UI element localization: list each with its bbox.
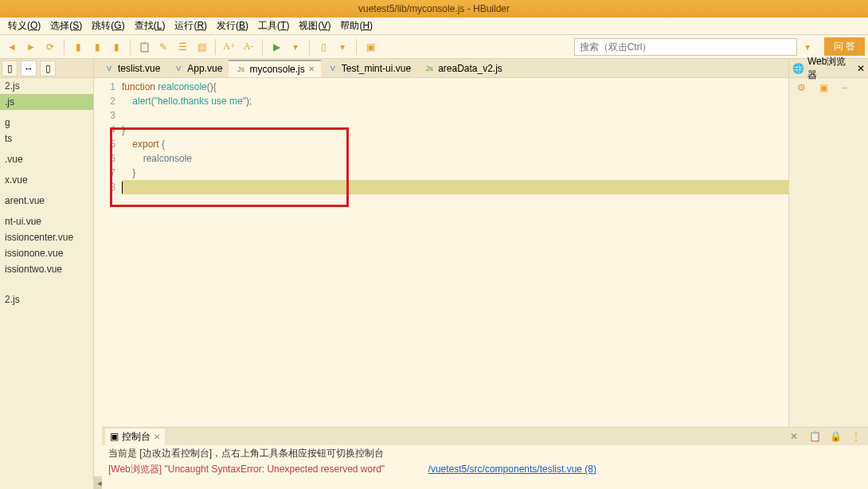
file-item[interactable]: issionone.vue: [0, 245, 93, 261]
console-tabs: ▣ 控制台 ✕ ✕ 📋 🔒 ⋮: [102, 428, 868, 445]
file-item[interactable]: nt-ui.vue: [0, 213, 93, 229]
menu-run[interactable]: 运行(R): [170, 18, 212, 34]
list-icon[interactable]: ☰: [174, 38, 191, 56]
search-dropdown-icon[interactable]: ▾: [799, 38, 816, 56]
text-cursor: [122, 182, 123, 194]
left-panel-tabs: ▯ ↔ ▯: [0, 59, 93, 78]
clipboard-icon[interactable]: 📋: [135, 38, 153, 56]
left-tab-3[interactable]: ▯: [40, 61, 56, 76]
close-icon[interactable]: ✕: [154, 432, 160, 441]
lock-icon[interactable]: 🔒: [827, 428, 844, 445]
left-panel: ▯ ↔ ▯ 2.js .js g ts .vue x.vue arent.vue…: [0, 59, 94, 489]
menu-icon[interactable]: ⋮: [847, 428, 865, 445]
left-tab-1[interactable]: ▯: [2, 61, 18, 76]
tab-testmint[interactable]: V Test_mint-ui.vue: [321, 61, 417, 76]
editor-panel: V teslist.vue V App.vue Js myconsole.js …: [94, 59, 788, 489]
tab-areadata[interactable]: Js areaData_v2.js: [417, 61, 509, 76]
write-icon[interactable]: ✎: [154, 38, 172, 56]
code-editor[interactable]: 1 2 3 4 5 6 7 8 function realconsole(){ …: [94, 78, 788, 476]
js-icon: Js: [424, 63, 435, 74]
console-panel: ▣ 控制台 ✕ ✕ 📋 🔒 ⋮ 当前是 [边改边看控制台]，点右上角工具条相应按…: [102, 427, 868, 489]
file-item[interactable]: .js: [0, 94, 93, 110]
file-item[interactable]: 2.js: [0, 78, 93, 94]
web-browser-tab[interactable]: 🌐 Web浏览器 ✕: [789, 59, 868, 78]
left-tab-2[interactable]: ↔: [21, 61, 37, 76]
menu-view[interactable]: 视图(V): [294, 18, 335, 34]
vue-icon: V: [173, 63, 184, 74]
tab-label: areaData_v2.js: [438, 63, 502, 74]
window-title: vuetest5/lib/myconsole.js - HBuilder: [358, 3, 510, 14]
forward-button[interactable]: ►: [22, 38, 40, 56]
tab-label: myconsole.js: [249, 64, 304, 75]
tab-teslist[interactable]: V teslist.vue: [97, 61, 166, 76]
tab-label: teslist.vue: [118, 63, 160, 74]
panel-icon[interactable]: ▤: [193, 38, 210, 56]
right-panel: 🌐 Web浏览器 ✕ ⚙ ▣ ←: [788, 59, 868, 489]
vue-icon: V: [327, 63, 338, 74]
bookmark-icon[interactable]: ▮: [69, 38, 87, 56]
right-toolbar: ⚙ ▣ ←: [789, 78, 868, 97]
menu-goto[interactable]: 跳转(G): [87, 18, 129, 34]
console-hint: 当前是 [边改边看控制台]，点右上角工具条相应按钮可切换控制台: [102, 445, 868, 462]
main-area: ▯ ↔ ▯ 2.js .js g ts .vue x.vue arent.vue…: [0, 59, 868, 489]
refresh-button[interactable]: ⟳: [41, 38, 59, 56]
toggle-icon[interactable]: ▣: [815, 79, 832, 96]
line-gutter: 1 2 3 4 5 6 7 8: [94, 78, 122, 476]
answer-button[interactable]: 问 答: [824, 37, 865, 56]
copy-icon[interactable]: 📋: [806, 428, 823, 445]
console-tab[interactable]: ▣ 控制台 ✕: [105, 428, 165, 445]
console-tools: ✕ 📋 🔒 ⋮: [785, 428, 865, 445]
file-item[interactable]: .vue: [0, 151, 93, 167]
file-item[interactable]: ts: [0, 131, 93, 147]
error-link[interactable]: /vuetest5/src/components/teslist.vue (8): [428, 464, 596, 475]
globe-icon: 🌐: [792, 63, 804, 74]
tab-label: App.vue: [187, 63, 222, 74]
search-input[interactable]: [574, 38, 797, 56]
console-error-line: [Web浏览器] "Uncaught SyntaxError: Unexpect…: [102, 462, 868, 477]
toolbar: ◄ ► ⟳ ▮ ▮ ▮ 📋 ✎ ☰ ▤ A+ A- ▶ ▾ ▯ ▾ ▣ ▾ 问 …: [0, 35, 868, 59]
tab-myconsole[interactable]: Js myconsole.js ✕: [229, 60, 320, 77]
gear-icon[interactable]: ⚙: [792, 79, 810, 96]
menu-tools[interactable]: 工具(T): [253, 18, 294, 34]
layout-icon[interactable]: ▣: [362, 38, 379, 56]
font-increase-icon[interactable]: A+: [221, 38, 238, 56]
file-item[interactable]: x.vue: [0, 172, 93, 188]
dropdown2-icon[interactable]: ▾: [334, 38, 351, 56]
js-icon: Js: [235, 64, 246, 75]
menu-select[interactable]: 选择(S): [45, 18, 87, 34]
code-area[interactable]: function realconsole(){ alert("hello.tha…: [122, 78, 788, 476]
dropdown-icon[interactable]: ▾: [287, 38, 304, 56]
close-icon[interactable]: ✕: [857, 63, 865, 74]
tab-label: Test_mint-ui.vue: [342, 63, 411, 74]
vue-icon: V: [104, 63, 115, 74]
menu-transform[interactable]: 转义(O): [3, 18, 45, 34]
file-item[interactable]: g: [0, 115, 93, 131]
right-tab-label: Web浏览器: [807, 55, 854, 82]
menu-publish[interactable]: 发行(B): [212, 18, 253, 34]
console-icon: ▣: [110, 431, 119, 442]
tab-app[interactable]: V App.vue: [166, 61, 229, 76]
run-icon[interactable]: ▶: [268, 38, 285, 56]
font-decrease-icon[interactable]: A-: [240, 38, 257, 56]
bookmark-nav-icon[interactable]: ▮: [108, 38, 125, 56]
file-item[interactable]: arent.vue: [0, 193, 93, 209]
menu-help[interactable]: 帮助(H): [335, 18, 377, 34]
menubar: 转义(O) 选择(S) 跳转(G) 查找(L) 运行(R) 发行(B) 工具(T…: [0, 18, 868, 35]
file-item[interactable]: issiontwo.vue: [0, 261, 93, 277]
file-item[interactable]: issioncenter.vue: [0, 229, 93, 245]
arrow-left-icon[interactable]: ←: [837, 79, 854, 96]
back-button[interactable]: ◄: [3, 38, 21, 56]
file-list: 2.js .js g ts .vue x.vue arent.vue nt-ui…: [0, 78, 93, 489]
phone-icon[interactable]: ▯: [315, 38, 332, 56]
file-item[interactable]: 2.js: [0, 291, 93, 307]
close-icon[interactable]: ✕: [308, 65, 315, 73]
console-tab-label: 控制台: [122, 430, 151, 444]
close-icon[interactable]: ✕: [785, 428, 803, 445]
menu-find[interactable]: 查找(L): [130, 18, 170, 34]
editor-tabs: V teslist.vue V App.vue Js myconsole.js …: [94, 59, 788, 78]
titlebar: vuetest5/lib/myconsole.js - HBuilder: [0, 0, 868, 18]
bookmark-add-icon[interactable]: ▮: [88, 38, 106, 56]
